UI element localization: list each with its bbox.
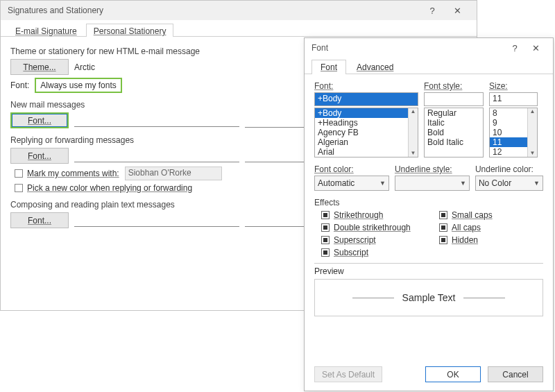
help-icon[interactable]: ? <box>420 6 445 16</box>
chevron-up-icon: ▲ <box>530 108 536 115</box>
tab-email-signature[interactable]: E-mail Signature <box>8 24 85 37</box>
font-style-label: Font style: <box>424 81 484 91</box>
scrollbar[interactable]: ▲▼ <box>408 108 418 157</box>
set-as-default-button[interactable]: Set As Default <box>314 366 382 382</box>
list-item[interactable]: Algerian <box>315 137 408 147</box>
font-dialog-title: Font <box>311 43 504 53</box>
list-item[interactable]: Bold <box>425 128 483 137</box>
checkbox-icon <box>15 184 23 192</box>
plain-text-font-button[interactable]: Font... <box>10 212 69 228</box>
plain-text-underline <box>74 214 239 227</box>
effect-allcaps[interactable]: All caps <box>439 223 543 232</box>
ok-button[interactable]: OK <box>425 366 481 382</box>
close-icon[interactable]: ✕ <box>525 43 546 53</box>
pick-new-color-checkbox[interactable]: Pick a new color when replying or forwar… <box>15 183 192 193</box>
list-item[interactable]: +Headings <box>315 118 408 128</box>
scrollbar[interactable]: ▲▼ <box>527 108 537 157</box>
mark-comments-checkbox[interactable]: Mark my comments with: <box>15 169 119 178</box>
font-color-label: Font color: <box>314 164 389 174</box>
commenter-name-field[interactable]: Siobhan O'Rorke <box>125 167 222 180</box>
effect-smallcaps[interactable]: Small caps <box>439 210 543 220</box>
tab-font[interactable]: Font <box>311 60 346 74</box>
chevron-down-icon: ▼ <box>460 180 466 187</box>
chevron-down-icon: ▼ <box>533 180 540 187</box>
chevron-down-icon: ▼ <box>530 150 536 157</box>
effect-hidden[interactable]: Hidden <box>439 235 543 245</box>
font-style-input[interactable] <box>424 92 484 106</box>
list-item[interactable]: Regular <box>425 108 483 118</box>
effect-subscript[interactable]: Subscript <box>321 248 425 257</box>
list-item[interactable]: 8 <box>490 108 527 118</box>
font-titlebar: Font ? ✕ <box>305 38 553 58</box>
divider-icon <box>352 298 394 298</box>
new-mail-font-button[interactable]: Font... <box>10 112 69 128</box>
preview-box: Sample Text <box>314 279 543 316</box>
font-name-label: Font: <box>314 81 418 91</box>
font-name-list[interactable]: +Body +Headings Agency FB Algerian Arial… <box>314 108 418 157</box>
preview-section: Preview Sample Text <box>314 263 543 316</box>
font-size-label: Size: <box>489 81 538 91</box>
list-item[interactable]: 12 <box>490 147 527 157</box>
sig-title: Signatures and Stationery <box>8 6 420 15</box>
underline-color-label: Underline color: <box>475 164 543 174</box>
sig-titlebar: Signatures and Stationery ? ✕ <box>1 1 477 20</box>
effect-double-strikethrough[interactable]: Double strikethrough <box>321 223 425 232</box>
font-label: Font: <box>10 80 29 90</box>
list-item[interactable]: 10 <box>490 128 527 137</box>
divider-icon <box>463 298 505 298</box>
chevron-up-icon: ▲ <box>411 108 416 115</box>
preview-label: Preview <box>314 266 543 276</box>
help-icon[interactable]: ? <box>504 43 525 53</box>
list-item[interactable]: Italic <box>425 118 483 128</box>
theme-value: Arctic <box>74 62 95 72</box>
close-icon[interactable]: ✕ <box>445 6 470 16</box>
list-item[interactable]: Agency FB <box>315 128 408 137</box>
font-color-combo[interactable]: Automatic ▼ <box>314 176 389 191</box>
list-item[interactable]: +Body <box>315 108 408 118</box>
cancel-button[interactable]: Cancel <box>488 366 543 382</box>
effects-group: Effects Strikethrough Small caps Double … <box>314 198 543 257</box>
preview-text: Sample Text <box>402 292 456 303</box>
checkbox-icon <box>15 169 23 178</box>
effect-strikethrough[interactable]: Strikethrough <box>321 210 425 220</box>
font-size-input[interactable]: 11 <box>489 92 538 106</box>
list-item[interactable]: 9 <box>490 118 527 128</box>
font-style-list[interactable]: Regular Italic Bold Bold Italic <box>424 108 484 157</box>
always-use-my-fonts[interactable]: Always use my fonts <box>35 78 121 93</box>
underline-color-combo[interactable]: No Color ▼ <box>475 176 543 191</box>
underline-style-combo[interactable]: ▼ <box>395 176 470 191</box>
list-item[interactable]: Bold Italic <box>425 137 483 147</box>
font-body: Font: +Body +Body +Headings Agency FB Al… <box>305 74 553 358</box>
font-size-list[interactable]: 8 9 10 11 12 ▲▼ <box>489 108 538 157</box>
font-tabstrip: Font Advanced <box>305 58 553 74</box>
list-item[interactable]: 11 <box>490 137 527 147</box>
font-name-input[interactable]: +Body <box>314 92 418 106</box>
chevron-down-icon: ▼ <box>411 150 416 157</box>
font-dialog-buttons: Set As Default OK Cancel <box>305 358 553 391</box>
reply-underline <box>74 150 239 162</box>
font-dialog: Font ? ✕ Font Advanced Font: +Body +Body… <box>304 37 554 391</box>
effects-label: Effects <box>314 198 543 207</box>
tab-advanced[interactable]: Advanced <box>348 60 402 74</box>
chevron-down-icon: ▼ <box>379 180 386 187</box>
theme-button[interactable]: Theme... <box>10 59 69 75</box>
list-item[interactable]: Arial <box>315 147 408 157</box>
reply-font-button[interactable]: Font... <box>10 148 69 164</box>
underline-style-label: Underline style: <box>395 164 470 174</box>
new-mail-underline <box>74 114 239 127</box>
tab-personal-stationery[interactable]: Personal Stationery <box>86 24 174 37</box>
sig-tabstrip: E-mail Signature Personal Stationery <box>1 20 477 37</box>
effect-superscript[interactable]: Superscript <box>321 235 425 245</box>
